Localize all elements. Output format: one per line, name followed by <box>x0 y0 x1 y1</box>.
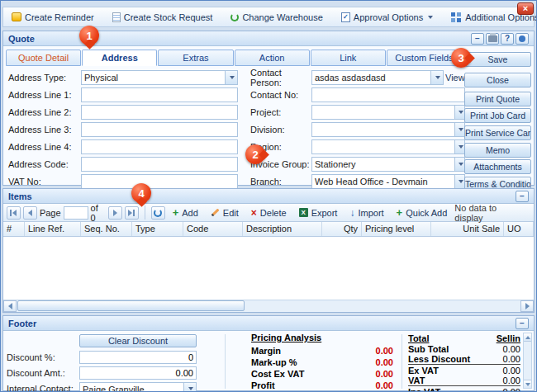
horizontal-scrollbar <box>3 300 534 312</box>
scrollbar-thumb[interactable] <box>17 300 245 311</box>
first-page-button[interactable] <box>7 206 21 220</box>
prev-page-button[interactable] <box>23 206 37 220</box>
discount-pct-input[interactable] <box>79 351 197 364</box>
quote-section-title: Quote <box>8 34 35 44</box>
tab-quote-detail[interactable]: Quote Detail <box>6 50 81 66</box>
column-header-seq-no[interactable]: Seq. No. <box>81 222 132 236</box>
attachments-button[interactable]: Attachments <box>464 159 531 174</box>
address-form-left-column: Address Type: Physical Address Line 1: A… <box>8 69 241 191</box>
address-line-2-input[interactable] <box>81 105 238 120</box>
scroll-up-icon <box>525 336 530 339</box>
address-code-input[interactable] <box>81 157 238 172</box>
division-label: Division: <box>250 125 311 135</box>
window-close-button[interactable]: × <box>517 2 534 15</box>
tab-extras[interactable]: Extras <box>158 50 233 66</box>
close-button[interactable]: Close <box>464 73 531 87</box>
create-reminder-button[interactable]: Create Reminder <box>6 10 100 25</box>
column-header-pricing-level[interactable]: Pricing level <box>362 222 431 236</box>
profit-label: Profit <box>251 380 376 390</box>
region-select[interactable] <box>311 139 465 154</box>
export-excel-icon: X <box>299 208 308 217</box>
print-button[interactable] <box>486 33 499 45</box>
markup-label: Mark-up % <box>251 357 376 367</box>
tab-address[interactable]: Address <box>82 50 157 66</box>
discount-amt-input[interactable] <box>79 366 197 380</box>
page-of-label: of 0 <box>91 203 106 223</box>
items-grid-header: # Line Ref. Seq. No. Type Code Descripti… <box>3 222 534 237</box>
invoice-group-select[interactable]: Stationery <box>311 157 465 172</box>
pin-button[interactable] <box>516 33 529 45</box>
column-header-unit-sale[interactable]: Unit Sale <box>431 222 504 236</box>
scrollbar-track[interactable] <box>17 300 520 312</box>
scroll-down-button[interactable] <box>524 380 531 388</box>
column-header-description[interactable]: Description <box>243 222 322 236</box>
division-select[interactable] <box>311 122 465 137</box>
column-header-qty[interactable]: Qty <box>322 222 362 236</box>
clear-discount-button[interactable]: Clear Discount <box>79 334 197 347</box>
vat-no-input[interactable] <box>81 174 238 189</box>
internal-contact-label: Internal Contact: <box>7 384 79 392</box>
minimize-button[interactable]: − <box>516 318 529 329</box>
scroll-up-button[interactable] <box>524 333 531 342</box>
create-reminder-label: Create Reminder <box>25 12 94 22</box>
last-page-icon <box>128 210 132 216</box>
ex-vat-value: 0.00 <box>503 366 520 375</box>
print-quote-button[interactable]: Print Quote <box>464 92 531 106</box>
view-contact-link[interactable]: View <box>445 70 465 85</box>
project-select[interactable] <box>311 105 465 120</box>
help-button[interactable]: ? <box>501 33 514 45</box>
quote-window: × Create Reminder Create Stock Request C… <box>0 0 537 392</box>
vat-value: 0.00 <box>503 375 520 385</box>
footer-vertical-scrollbar <box>523 333 532 389</box>
chevron-down-icon <box>454 106 464 119</box>
approval-options-button[interactable]: ✓ Approval Options <box>335 10 439 25</box>
tab-action[interactable]: Action <box>235 50 310 66</box>
minimize-icon: − <box>520 319 525 328</box>
chevron-down-icon <box>430 71 443 84</box>
chevron-down-icon <box>183 383 196 392</box>
next-page-button[interactable] <box>108 206 122 220</box>
minimize-button[interactable]: − <box>471 33 484 45</box>
internal-contact-select[interactable]: Paige Granville <box>79 382 197 392</box>
address-type-select[interactable]: Physical <box>81 70 238 85</box>
scroll-right-button[interactable] <box>520 300 534 312</box>
scroll-left-button[interactable] <box>3 300 17 312</box>
column-header-uom[interactable]: UO <box>504 222 534 236</box>
create-stock-request-label: Create Stock Request <box>124 12 213 22</box>
add-icon: + <box>173 209 179 217</box>
column-header-type[interactable]: Type <box>132 222 183 236</box>
branch-select[interactable]: Web Head Office - Devmain <box>311 174 465 189</box>
refresh-button[interactable] <box>151 206 165 220</box>
contact-no-input[interactable] <box>311 87 465 102</box>
quick-add-button[interactable]: + Quick Add <box>392 205 453 220</box>
items-grid-body[interactable] <box>3 237 534 300</box>
address-line-1-label: Address Line 1: <box>8 90 81 100</box>
address-line-4-input[interactable] <box>81 139 238 154</box>
address-code-label: Address Code: <box>8 159 81 169</box>
contact-person-select[interactable]: asdas asdasdasd <box>311 70 444 85</box>
column-header-code[interactable]: Code <box>183 222 243 236</box>
add-item-button[interactable]: + Add <box>168 205 203 220</box>
memo-button[interactable]: Memo <box>464 143 531 158</box>
print-job-card-button[interactable]: Print Job Card <box>464 108 531 123</box>
save-button[interactable]: Save <box>464 52 531 67</box>
edit-item-button[interactable]: Edit <box>206 205 244 220</box>
address-form-right-column: Contact Person: asdas asdasdasd View Con… <box>250 69 467 191</box>
export-button[interactable]: X Export <box>294 205 343 220</box>
last-page-button[interactable] <box>125 206 139 220</box>
address-line-3-input[interactable] <box>81 122 238 137</box>
chevron-down-icon <box>225 71 237 84</box>
tab-link[interactable]: Link <box>311 50 386 66</box>
import-button[interactable]: ↓ Import <box>345 205 388 220</box>
column-header-number[interactable]: # <box>3 222 25 236</box>
print-service-card-button[interactable]: Print Service Card <box>464 125 531 140</box>
contact-no-label: Contact No: <box>250 90 311 100</box>
create-stock-request-button[interactable]: Create Stock Request <box>107 10 219 25</box>
page-input[interactable] <box>64 206 88 220</box>
address-line-1-input[interactable] <box>81 87 238 102</box>
minimize-button[interactable]: − <box>516 191 529 202</box>
change-warehouse-button[interactable]: Change Warehouse <box>225 10 328 25</box>
delete-item-button[interactable]: × Delete <box>246 205 292 220</box>
column-header-line-ref[interactable]: Line Ref. <box>25 222 81 236</box>
change-warehouse-label: Change Warehouse <box>242 12 322 22</box>
